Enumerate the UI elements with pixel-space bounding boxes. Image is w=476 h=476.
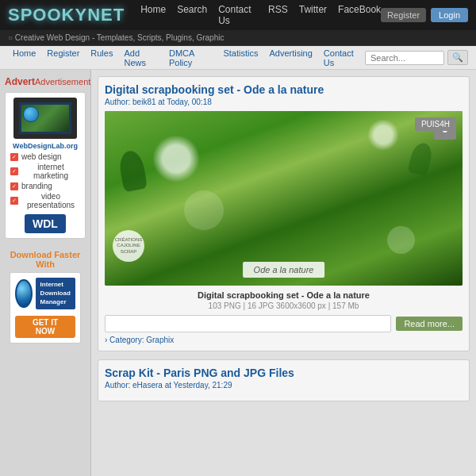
nature-decoration-2 (367, 119, 399, 151)
cajoline-badge: CRÉATIONSCAJOLINESCRAP (113, 230, 144, 262)
ad-globe-icon (23, 106, 39, 122)
read-more-bar: Read more... (105, 315, 463, 332)
ad-check-icon-4: ✓ (10, 197, 18, 205)
article-1-image: CRÉATIONSCAJOLINESCRAP Ode a la nature 0… (105, 111, 463, 286)
article-card-2: Scrap Kit - Paris PNG and JPG Files Auth… (98, 359, 470, 401)
ad-item-label-3: branding (21, 182, 52, 190)
category-name[interactable]: Graphix (146, 336, 174, 344)
author2-at: at (165, 381, 171, 390)
nature-text-overlay: Ode a la nature (243, 262, 325, 278)
ad-item-label-4: video presentations (21, 192, 80, 209)
sec-nav-statistics[interactable]: Statistics (218, 48, 263, 67)
login-button[interactable]: Login (431, 8, 468, 22)
sidebar: AdvertAdvertisement WebDesignLab.org ✓ w… (0, 70, 91, 476)
leaf-2 (407, 140, 435, 176)
article-1-image-container: CRÉATIONSCAJOLINESCRAP Ode a la nature 0… (105, 111, 463, 286)
main-layout: AdvertAdvertisement WebDesignLab.org ✓ w… (0, 70, 476, 476)
leaf-1 (117, 149, 148, 192)
ad-check-icon-1: ✓ (10, 153, 18, 161)
search-area: 🔍 (365, 50, 468, 65)
ad-item-label-1: web design (21, 152, 62, 161)
ad-normal: Advertisement (35, 77, 90, 86)
article-1-author: Author: beik81 at Today, 00:18 (105, 98, 463, 106)
site-logo[interactable]: SPOOKYNET (8, 5, 125, 25)
search-input[interactable] (365, 51, 444, 65)
subtitle-bar: ○ Creative Web Design - Templates, Scrip… (0, 30, 476, 46)
article-2-author: Author: eHasera at Yesterday, 21:29 (105, 381, 463, 390)
author-time: Today, 00:18 (167, 98, 212, 106)
idm-globe-icon (15, 279, 33, 308)
ad-item-4: ✓ video presentations (10, 192, 80, 209)
floral-1 (184, 190, 224, 230)
category-label: › Category: (105, 336, 144, 344)
article-card-1: Digital scrapbooking set - Ode a la natu… (98, 76, 470, 351)
ad-item-label-2: internet marketing (21, 163, 80, 180)
author2-time: Yesterday, 21:29 (174, 381, 232, 390)
idm-line2: Manager (40, 298, 71, 306)
ad-item-2: ✓ internet marketing (10, 163, 80, 180)
get-it-now-button[interactable]: GET IT NOW (15, 316, 75, 338)
ad-screen-inner (21, 105, 69, 132)
content-area: Digital scrapbooking set - Ode a la natu… (91, 70, 476, 476)
author2-name[interactable]: eHasera (132, 381, 163, 390)
register-button[interactable]: Register (381, 8, 426, 22)
ad-check-icon-3: ✓ (10, 182, 18, 190)
wdl-badge[interactable]: WDL (25, 214, 66, 233)
search-button[interactable]: 🔍 (447, 50, 468, 65)
idm-box[interactable]: Internet Download Manager GET IT NOW (10, 272, 81, 344)
article-1-title[interactable]: Digital scrapbooking set - Ode a la natu… (105, 83, 463, 96)
nav-twitter[interactable]: Twitter (299, 4, 327, 26)
secondary-nav-links: Home Register Rules Add News DMCA Policy… (8, 48, 365, 67)
subtitle-text: Creative Web Design - Templates, Scripts… (15, 33, 225, 42)
author2-label: Author: (105, 381, 130, 390)
read-more-button[interactable]: Read more... (396, 317, 463, 331)
sec-nav-home[interactable]: Home (8, 48, 40, 67)
idm-logo: Internet Download Manager (15, 278, 75, 309)
secondary-navbar: Home Register Rules Add News DMCA Policy… (0, 46, 476, 70)
ad-section-title: AdvertAdvertisement (5, 76, 86, 87)
idm-line1: Internet Download (40, 280, 71, 298)
article-1-category: › Category: Graphix (105, 336, 463, 344)
author-label: Author: (105, 98, 130, 106)
top-nav-links: Home Search Contact Us RSS Twitter FaceB… (140, 4, 381, 26)
ad-site-name[interactable]: WebDesignLab.org (10, 142, 80, 150)
nav-contact[interactable]: Contact Us (218, 4, 257, 26)
article-1-meta: 103 PNG | 16 JPG 3600x3600 px | 157 Mb (105, 301, 463, 310)
ad-item-3: ✓ branding (10, 182, 80, 190)
author-name[interactable]: beik81 (132, 98, 155, 106)
nav-search[interactable]: Search (177, 4, 207, 26)
nav-rss[interactable]: RSS (268, 4, 288, 26)
article-1-caption: Digital scrapbooking set - Ode a la natu… (105, 290, 463, 300)
top-nav-auth: Register Login (381, 8, 468, 22)
advertisement-box: WebDesignLab.org ✓ web design ✓ internet… (5, 92, 86, 239)
nav-home[interactable]: Home (140, 4, 166, 26)
read-more-input[interactable] (105, 315, 391, 332)
ad-check-icon-2: ✓ (10, 167, 18, 175)
nav-facebook[interactable]: FaceBook (338, 4, 381, 26)
sec-nav-dmca[interactable]: DMCA Policy (164, 48, 217, 67)
floral-2 (387, 226, 415, 254)
article-2-title[interactable]: Scrap Kit - Paris PNG and JPG Files (105, 367, 463, 379)
nature-decoration-1 (152, 135, 200, 182)
download-section: Download Faster With Internet Download M… (5, 245, 86, 348)
image-overlay-button[interactable]: PUIS4H (415, 117, 456, 131)
ad-screen (19, 102, 71, 134)
article-image-inner: CRÉATIONSCAJOLINESCRAP Ode a la nature (105, 111, 463, 286)
ad-accent: Advert (5, 76, 35, 87)
ad-monitor-icon (13, 98, 77, 139)
ad-item-1: ✓ web design (10, 152, 80, 161)
author-at: at (158, 98, 164, 106)
sec-nav-rules[interactable]: Rules (86, 48, 117, 67)
sec-nav-advertising[interactable]: Advertising (264, 48, 317, 67)
download-accent: Download (10, 250, 55, 259)
download-title: Download Faster With (10, 250, 81, 269)
sec-nav-contact[interactable]: Contact Us (319, 48, 365, 67)
idm-text: Internet Download Manager (36, 278, 75, 309)
top-navbar: SPOOKYNET Home Search Contact Us RSS Twi… (0, 0, 476, 30)
sec-nav-addnews[interactable]: Add News (119, 48, 163, 67)
sec-nav-register[interactable]: Register (42, 48, 84, 67)
